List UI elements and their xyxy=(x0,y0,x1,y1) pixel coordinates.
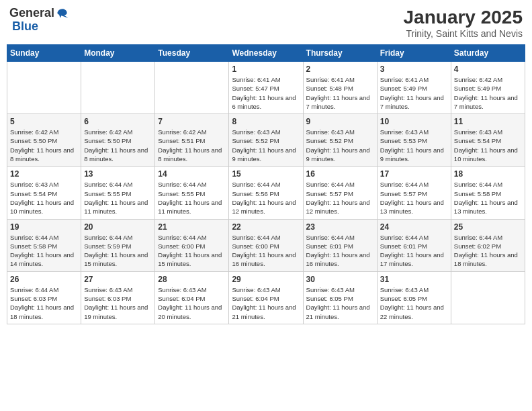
day-cell-3: 3Sunrise: 6:41 AM Sunset: 5:49 PM Daylig… xyxy=(377,62,451,114)
day-info: Sunrise: 6:44 AM Sunset: 5:57 PM Dayligh… xyxy=(306,180,374,216)
logo: General Blue xyxy=(9,7,69,34)
day-cell-6: 6Sunrise: 6:42 AM Sunset: 5:50 PM Daylig… xyxy=(81,114,155,167)
day-number: 5 xyxy=(10,117,78,126)
day-cell-30: 30Sunrise: 6:43 AM Sunset: 6:05 PM Dayli… xyxy=(303,271,377,324)
week-row-1: 1Sunrise: 6:41 AM Sunset: 5:47 PM Daylig… xyxy=(7,62,525,114)
weekday-monday: Monday xyxy=(81,45,155,62)
day-info: Sunrise: 6:44 AM Sunset: 6:02 PM Dayligh… xyxy=(454,233,522,269)
location-title: Trinity, Saint Kitts and Nevis xyxy=(404,28,523,39)
day-number: 22 xyxy=(232,222,300,232)
day-cell-25: 25Sunrise: 6:44 AM Sunset: 6:02 PM Dayli… xyxy=(451,219,525,271)
empty-cell xyxy=(7,62,81,114)
day-number: 17 xyxy=(380,169,448,179)
day-number: 14 xyxy=(158,169,226,179)
day-info: Sunrise: 6:43 AM Sunset: 5:54 PM Dayligh… xyxy=(10,180,78,216)
day-cell-20: 20Sunrise: 6:44 AM Sunset: 5:59 PM Dayli… xyxy=(81,219,155,271)
day-number: 3 xyxy=(380,64,448,74)
day-number: 13 xyxy=(84,169,152,179)
weekday-thursday: Thursday xyxy=(303,45,377,62)
day-cell-22: 22Sunrise: 6:44 AM Sunset: 6:00 PM Dayli… xyxy=(229,219,303,271)
day-number: 28 xyxy=(158,275,226,284)
day-info: Sunrise: 6:44 AM Sunset: 5:58 PM Dayligh… xyxy=(454,180,522,216)
day-info: Sunrise: 6:44 AM Sunset: 5:58 PM Dayligh… xyxy=(10,233,78,269)
day-number: 7 xyxy=(158,117,226,126)
day-info: Sunrise: 6:43 AM Sunset: 6:05 PM Dayligh… xyxy=(380,285,448,321)
day-info: Sunrise: 6:43 AM Sunset: 6:03 PM Dayligh… xyxy=(84,285,152,321)
day-cell-7: 7Sunrise: 6:42 AM Sunset: 5:51 PM Daylig… xyxy=(155,114,229,167)
weekday-saturday: Saturday xyxy=(451,45,525,62)
day-info: Sunrise: 6:41 AM Sunset: 5:48 PM Dayligh… xyxy=(306,75,374,111)
weekday-friday: Friday xyxy=(377,45,451,62)
day-cell-23: 23Sunrise: 6:44 AM Sunset: 6:01 PM Dayli… xyxy=(303,219,377,271)
day-number: 8 xyxy=(232,117,300,126)
day-info: Sunrise: 6:41 AM Sunset: 5:47 PM Dayligh… xyxy=(232,75,300,111)
day-info: Sunrise: 6:44 AM Sunset: 5:57 PM Dayligh… xyxy=(380,180,448,216)
day-number: 26 xyxy=(10,275,78,284)
day-info: Sunrise: 6:43 AM Sunset: 5:54 PM Dayligh… xyxy=(454,128,522,163)
day-info: Sunrise: 6:44 AM Sunset: 6:01 PM Dayligh… xyxy=(306,233,374,269)
day-cell-13: 13Sunrise: 6:44 AM Sunset: 5:55 PM Dayli… xyxy=(81,167,155,219)
day-cell-10: 10Sunrise: 6:43 AM Sunset: 5:53 PM Dayli… xyxy=(377,114,451,167)
day-cell-1: 1Sunrise: 6:41 AM Sunset: 5:47 PM Daylig… xyxy=(229,62,303,114)
day-info: Sunrise: 6:44 AM Sunset: 5:59 PM Dayligh… xyxy=(84,233,152,269)
day-number: 19 xyxy=(10,222,78,232)
day-number: 12 xyxy=(10,169,78,179)
day-cell-4: 4Sunrise: 6:42 AM Sunset: 5:49 PM Daylig… xyxy=(451,62,525,114)
day-number: 18 xyxy=(454,169,522,179)
logo-general: General xyxy=(9,7,54,20)
day-cell-16: 16Sunrise: 6:44 AM Sunset: 5:57 PM Dayli… xyxy=(303,167,377,219)
day-info: Sunrise: 6:43 AM Sunset: 5:53 PM Dayligh… xyxy=(380,128,448,163)
week-row-3: 12Sunrise: 6:43 AM Sunset: 5:54 PM Dayli… xyxy=(7,167,525,219)
day-info: Sunrise: 6:44 AM Sunset: 5:56 PM Dayligh… xyxy=(232,180,300,216)
day-cell-31: 31Sunrise: 6:43 AM Sunset: 6:05 PM Dayli… xyxy=(377,271,451,324)
day-cell-15: 15Sunrise: 6:44 AM Sunset: 5:56 PM Dayli… xyxy=(229,167,303,219)
day-info: Sunrise: 6:43 AM Sunset: 6:04 PM Dayligh… xyxy=(232,285,300,321)
calendar-table: SundayMondayTuesdayWednesdayThursdayFrid… xyxy=(7,44,525,324)
day-number: 23 xyxy=(306,222,374,232)
day-info: Sunrise: 6:44 AM Sunset: 6:00 PM Dayligh… xyxy=(158,233,226,269)
day-number: 21 xyxy=(158,222,226,232)
weekday-header-row: SundayMondayTuesdayWednesdayThursdayFrid… xyxy=(7,45,525,62)
day-info: Sunrise: 6:42 AM Sunset: 5:50 PM Dayligh… xyxy=(10,128,78,163)
day-info: Sunrise: 6:44 AM Sunset: 6:01 PM Dayligh… xyxy=(380,233,448,269)
logo-blue: Blue xyxy=(12,19,38,33)
month-title: January 2025 xyxy=(404,7,523,28)
day-info: Sunrise: 6:43 AM Sunset: 6:05 PM Dayligh… xyxy=(306,285,374,321)
day-number: 20 xyxy=(84,222,152,232)
day-cell-8: 8Sunrise: 6:43 AM Sunset: 5:52 PM Daylig… xyxy=(229,114,303,167)
day-info: Sunrise: 6:42 AM Sunset: 5:49 PM Dayligh… xyxy=(454,75,522,111)
day-info: Sunrise: 6:43 AM Sunset: 5:52 PM Dayligh… xyxy=(232,128,300,163)
day-number: 4 xyxy=(454,64,522,74)
day-cell-9: 9Sunrise: 6:43 AM Sunset: 5:52 PM Daylig… xyxy=(303,114,377,167)
day-number: 16 xyxy=(306,169,374,179)
weekday-tuesday: Tuesday xyxy=(155,45,229,62)
day-info: Sunrise: 6:44 AM Sunset: 5:55 PM Dayligh… xyxy=(158,180,226,216)
day-number: 1 xyxy=(232,64,300,74)
day-cell-26: 26Sunrise: 6:44 AM Sunset: 6:03 PM Dayli… xyxy=(7,271,81,324)
weekday-wednesday: Wednesday xyxy=(229,45,303,62)
day-number: 15 xyxy=(232,169,300,179)
page-header: General Blue January 2025 Trinity, Saint… xyxy=(7,7,525,39)
day-number: 29 xyxy=(232,275,300,284)
day-info: Sunrise: 6:42 AM Sunset: 5:51 PM Dayligh… xyxy=(158,128,226,163)
day-info: Sunrise: 6:44 AM Sunset: 6:00 PM Dayligh… xyxy=(232,233,300,269)
day-number: 10 xyxy=(380,117,448,126)
week-row-5: 26Sunrise: 6:44 AM Sunset: 6:03 PM Dayli… xyxy=(7,271,525,324)
title-block: January 2025 Trinity, Saint Kitts and Ne… xyxy=(404,7,523,39)
day-number: 31 xyxy=(380,275,448,284)
week-row-2: 5Sunrise: 6:42 AM Sunset: 5:50 PM Daylig… xyxy=(7,114,525,167)
day-info: Sunrise: 6:44 AM Sunset: 5:55 PM Dayligh… xyxy=(84,180,152,216)
day-cell-18: 18Sunrise: 6:44 AM Sunset: 5:58 PM Dayli… xyxy=(451,167,525,219)
day-cell-27: 27Sunrise: 6:43 AM Sunset: 6:03 PM Dayli… xyxy=(81,271,155,324)
day-cell-19: 19Sunrise: 6:44 AM Sunset: 5:58 PM Dayli… xyxy=(7,219,81,271)
day-cell-29: 29Sunrise: 6:43 AM Sunset: 6:04 PM Dayli… xyxy=(229,271,303,324)
day-cell-24: 24Sunrise: 6:44 AM Sunset: 6:01 PM Dayli… xyxy=(377,219,451,271)
day-info: Sunrise: 6:43 AM Sunset: 5:52 PM Dayligh… xyxy=(306,128,374,163)
day-cell-17: 17Sunrise: 6:44 AM Sunset: 5:57 PM Dayli… xyxy=(377,167,451,219)
day-cell-14: 14Sunrise: 6:44 AM Sunset: 5:55 PM Dayli… xyxy=(155,167,229,219)
day-number: 2 xyxy=(306,64,374,74)
day-cell-2: 2Sunrise: 6:41 AM Sunset: 5:48 PM Daylig… xyxy=(303,62,377,114)
day-number: 9 xyxy=(306,117,374,126)
week-row-4: 19Sunrise: 6:44 AM Sunset: 5:58 PM Dayli… xyxy=(7,219,525,271)
day-info: Sunrise: 6:41 AM Sunset: 5:49 PM Dayligh… xyxy=(380,75,448,111)
